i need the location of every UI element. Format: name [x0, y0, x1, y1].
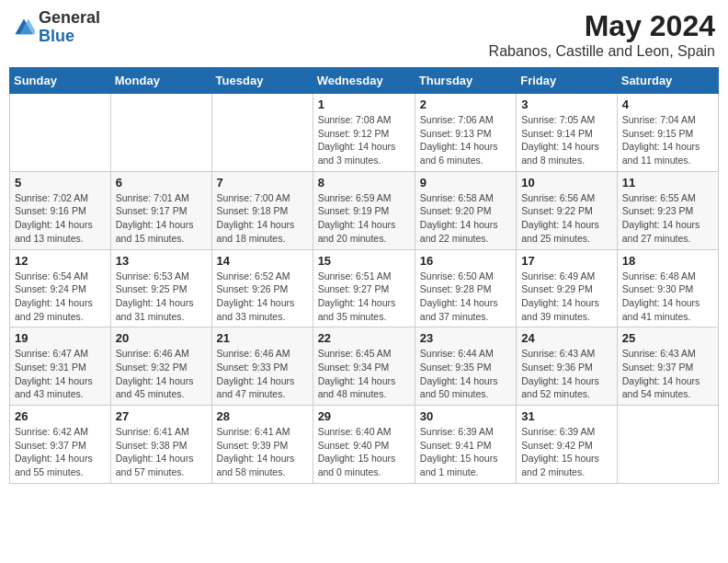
table-row: 11Sunrise: 6:55 AM Sunset: 9:23 PM Dayli…	[617, 171, 718, 249]
calendar-week-row: 1Sunrise: 7:08 AM Sunset: 9:12 PM Daylig…	[10, 94, 719, 172]
day-number: 8	[318, 176, 410, 190]
day-number: 17	[521, 254, 612, 268]
table-row: 16Sunrise: 6:50 AM Sunset: 9:28 PM Dayli…	[415, 249, 516, 327]
table-row: 8Sunrise: 6:59 AM Sunset: 9:19 PM Daylig…	[313, 171, 415, 249]
day-number: 9	[420, 176, 511, 190]
table-row: 2Sunrise: 7:06 AM Sunset: 9:13 PM Daylig…	[415, 94, 516, 172]
day-number: 26	[15, 409, 106, 423]
day-info: Sunrise: 7:00 AM Sunset: 9:18 PM Dayligh…	[217, 191, 308, 246]
table-row: 17Sunrise: 6:49 AM Sunset: 9:29 PM Dayli…	[517, 249, 618, 327]
calendar-week-row: 26Sunrise: 6:42 AM Sunset: 9:37 PM Dayli…	[10, 406, 719, 484]
day-info: Sunrise: 6:42 AM Sunset: 9:37 PM Dayligh…	[15, 425, 106, 479]
day-info: Sunrise: 6:47 AM Sunset: 9:31 PM Dayligh…	[15, 347, 106, 401]
calendar-week-row: 19Sunrise: 6:47 AM Sunset: 9:31 PM Dayli…	[10, 327, 719, 406]
day-number: 24	[521, 331, 612, 345]
header-tuesday: Tuesday	[211, 68, 313, 94]
day-info: Sunrise: 6:39 AM Sunset: 9:41 PM Dayligh…	[420, 425, 511, 479]
table-row: 13Sunrise: 6:53 AM Sunset: 9:25 PM Dayli…	[110, 249, 211, 327]
table-row: 20Sunrise: 6:46 AM Sunset: 9:32 PM Dayli…	[110, 327, 211, 406]
table-row: 31Sunrise: 6:39 AM Sunset: 9:42 PM Dayli…	[517, 406, 618, 484]
header-thursday: Thursday	[415, 68, 516, 94]
day-info: Sunrise: 6:49 AM Sunset: 9:29 PM Dayligh…	[521, 270, 612, 324]
table-row: 23Sunrise: 6:44 AM Sunset: 9:35 PM Dayli…	[415, 327, 516, 406]
table-row: 12Sunrise: 6:54 AM Sunset: 9:24 PM Dayli…	[10, 249, 111, 327]
day-info: Sunrise: 7:01 AM Sunset: 9:17 PM Dayligh…	[116, 191, 207, 246]
day-number: 13	[116, 254, 207, 268]
table-row: 26Sunrise: 6:42 AM Sunset: 9:37 PM Dayli…	[10, 406, 111, 484]
day-number: 2	[420, 98, 511, 111]
table-row: 27Sunrise: 6:41 AM Sunset: 9:38 PM Dayli…	[110, 406, 211, 484]
table-row: 25Sunrise: 6:43 AM Sunset: 9:37 PM Dayli…	[617, 327, 718, 406]
day-info: Sunrise: 6:46 AM Sunset: 9:32 PM Dayligh…	[116, 347, 207, 401]
day-number: 25	[622, 331, 713, 345]
day-number: 16	[420, 254, 511, 268]
table-row: 22Sunrise: 6:45 AM Sunset: 9:34 PM Dayli…	[313, 327, 415, 406]
calendar-week-row: 12Sunrise: 6:54 AM Sunset: 9:24 PM Dayli…	[10, 249, 719, 327]
table-row: 30Sunrise: 6:39 AM Sunset: 9:41 PM Dayli…	[415, 406, 516, 484]
day-info: Sunrise: 7:06 AM Sunset: 9:13 PM Dayligh…	[420, 113, 511, 167]
day-number: 10	[521, 176, 612, 190]
table-row: 7Sunrise: 7:00 AM Sunset: 9:18 PM Daylig…	[211, 171, 313, 249]
day-number: 5	[15, 176, 106, 190]
day-number: 27	[116, 409, 207, 423]
day-info: Sunrise: 6:59 AM Sunset: 9:19 PM Dayligh…	[318, 191, 410, 246]
day-info: Sunrise: 6:51 AM Sunset: 9:27 PM Dayligh…	[318, 270, 410, 324]
calendar-table: Sunday Monday Tuesday Wednesday Thursday…	[9, 67, 719, 484]
day-info: Sunrise: 6:39 AM Sunset: 9:42 PM Dayligh…	[521, 425, 612, 479]
table-row: 24Sunrise: 6:43 AM Sunset: 9:36 PM Dayli…	[517, 327, 618, 406]
day-number: 18	[622, 254, 713, 268]
day-number: 23	[420, 331, 511, 345]
day-number: 19	[15, 331, 106, 345]
day-info: Sunrise: 7:02 AM Sunset: 9:16 PM Dayligh…	[15, 191, 106, 246]
day-info: Sunrise: 7:08 AM Sunset: 9:12 PM Dayligh…	[318, 113, 410, 167]
table-row	[10, 94, 111, 172]
day-number: 12	[15, 254, 106, 268]
table-row: 18Sunrise: 6:48 AM Sunset: 9:30 PM Dayli…	[617, 249, 718, 327]
logo-general-text: General	[39, 9, 100, 28]
table-row: 6Sunrise: 7:01 AM Sunset: 9:17 PM Daylig…	[110, 171, 211, 249]
day-number: 21	[217, 331, 308, 345]
day-number: 22	[318, 331, 410, 345]
table-row: 28Sunrise: 6:41 AM Sunset: 9:39 PM Dayli…	[211, 406, 313, 484]
table-row: 29Sunrise: 6:40 AM Sunset: 9:40 PM Dayli…	[313, 406, 415, 484]
day-number: 11	[622, 176, 713, 190]
logo-blue-text: Blue	[39, 28, 100, 46]
logo-text: General Blue	[39, 9, 100, 46]
day-info: Sunrise: 6:46 AM Sunset: 9:33 PM Dayligh…	[217, 347, 308, 401]
day-info: Sunrise: 6:44 AM Sunset: 9:35 PM Dayligh…	[420, 347, 511, 401]
day-info: Sunrise: 6:43 AM Sunset: 9:37 PM Dayligh…	[622, 347, 713, 401]
table-row: 5Sunrise: 7:02 AM Sunset: 9:16 PM Daylig…	[10, 171, 111, 249]
day-info: Sunrise: 6:41 AM Sunset: 9:39 PM Dayligh…	[217, 425, 308, 479]
header-monday: Monday	[110, 68, 211, 94]
table-row: 3Sunrise: 7:05 AM Sunset: 9:14 PM Daylig…	[517, 94, 618, 172]
day-info: Sunrise: 6:40 AM Sunset: 9:40 PM Dayligh…	[318, 425, 410, 479]
day-info: Sunrise: 6:45 AM Sunset: 9:34 PM Dayligh…	[318, 347, 410, 401]
table-row	[617, 406, 718, 484]
day-number: 20	[116, 331, 207, 345]
day-number: 3	[521, 98, 612, 111]
header-friday: Friday	[517, 68, 618, 94]
day-number: 15	[318, 254, 410, 268]
day-number: 28	[217, 409, 308, 423]
table-row: 21Sunrise: 6:46 AM Sunset: 9:33 PM Dayli…	[211, 327, 313, 406]
day-info: Sunrise: 6:53 AM Sunset: 9:25 PM Dayligh…	[116, 270, 207, 324]
header-wednesday: Wednesday	[313, 68, 415, 94]
table-row: 9Sunrise: 6:58 AM Sunset: 9:20 PM Daylig…	[415, 171, 516, 249]
calendar-week-row: 5Sunrise: 7:02 AM Sunset: 9:16 PM Daylig…	[10, 171, 719, 249]
logo: General Blue	[13, 9, 100, 46]
day-info: Sunrise: 6:43 AM Sunset: 9:36 PM Dayligh…	[521, 347, 612, 401]
table-row	[211, 94, 313, 172]
day-info: Sunrise: 6:54 AM Sunset: 9:24 PM Dayligh…	[15, 270, 106, 324]
logo-icon	[13, 17, 35, 39]
day-info: Sunrise: 6:50 AM Sunset: 9:28 PM Dayligh…	[420, 270, 511, 324]
day-number: 29	[318, 409, 410, 423]
day-info: Sunrise: 7:05 AM Sunset: 9:14 PM Dayligh…	[521, 113, 612, 167]
day-number: 6	[116, 176, 207, 190]
day-number: 7	[217, 176, 308, 190]
day-number: 30	[420, 409, 511, 423]
title-location: Rabanos, Castille and Leon, Spain	[489, 43, 715, 60]
day-info: Sunrise: 6:52 AM Sunset: 9:26 PM Dayligh…	[217, 270, 308, 324]
table-row: 19Sunrise: 6:47 AM Sunset: 9:31 PM Dayli…	[10, 327, 111, 406]
day-number: 1	[318, 98, 410, 111]
day-info: Sunrise: 6:41 AM Sunset: 9:38 PM Dayligh…	[116, 425, 207, 479]
